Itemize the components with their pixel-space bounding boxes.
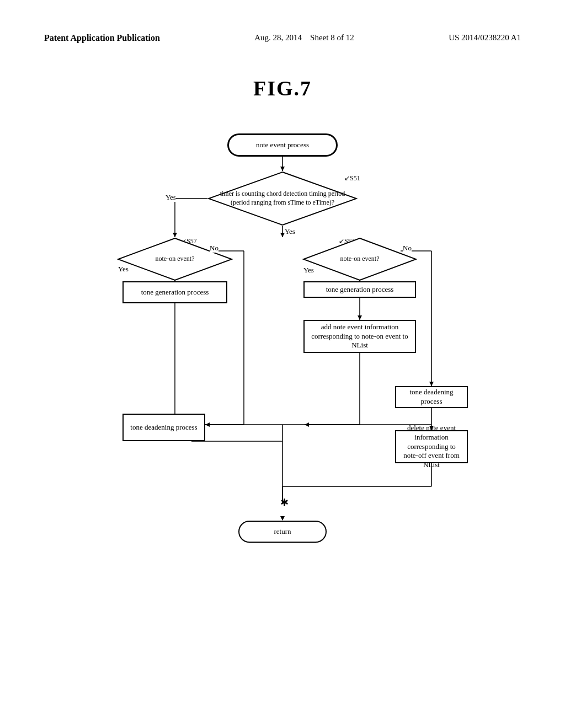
header-sheet: Sheet 8 of 12 (310, 33, 354, 42)
s57-no-label: No (210, 244, 218, 253)
s52-yes: Yes (303, 266, 314, 274)
patent-publication-label: Patent Application Publication (44, 33, 160, 42)
s52-no-label: No (403, 244, 412, 253)
s58-shape: tone generation process (122, 281, 227, 303)
s55-shape: tone deadening process (395, 386, 468, 408)
s51-yes-down-label: Yes (285, 227, 295, 236)
svg-text:✱: ✱ (280, 497, 289, 508)
svg-marker-1 (280, 167, 285, 171)
start-label: note event process (256, 141, 309, 150)
s53-shape: tone generation process (303, 281, 416, 298)
svg-marker-17 (429, 382, 434, 386)
header: Patent Application Publication Aug. 28, … (44, 33, 521, 43)
s59-content: tone deadening process (130, 423, 197, 432)
s51-yes-label: Yes (166, 193, 176, 202)
s56-content: delete note event information correspond… (402, 424, 461, 470)
s52-content: note-on event? (340, 255, 380, 263)
svg-marker-4 (173, 233, 177, 237)
s51-text-label: timer is counting chord detection timing… (218, 190, 346, 207)
s51-diamond: timer is counting chord detection timing… (207, 171, 358, 226)
end-label: return (274, 527, 291, 537)
start-shape: note event process (227, 133, 338, 157)
s56-shape: delete note event information correspond… (395, 430, 468, 463)
header-right: US 2014/0238220 A1 (449, 33, 521, 42)
s54-shape: add note event information corresponding… (303, 320, 416, 353)
header-patent-number: US 2014/0238220 A1 (449, 33, 521, 42)
s53-content: tone generation process (326, 285, 394, 295)
header-center: Aug. 28, 2014 Sheet 8 of 12 (254, 33, 354, 42)
s54-content: add note event information corresponding… (310, 323, 409, 351)
s57-text: note-on event? (126, 255, 225, 264)
s55-content: tone deadening process (402, 388, 461, 406)
s51-yes: Yes (166, 193, 176, 201)
svg-marker-6 (280, 233, 285, 237)
s51-yes-down: Yes (285, 227, 295, 235)
s59-shape: tone deadening process (122, 414, 205, 441)
s52-yes-label: Yes (303, 266, 314, 275)
page: Patent Application Publication Aug. 28, … (0, 0, 565, 728)
s58-content: tone generation process (141, 288, 209, 297)
s51-content: timer is counting chord detection timing… (220, 190, 345, 206)
svg-marker-19 (358, 315, 362, 320)
s57-content: note-on event? (156, 255, 195, 263)
end-shape: return (238, 521, 327, 543)
svg-marker-12 (205, 422, 210, 427)
s57-yes: Yes (118, 265, 129, 273)
svg-marker-22 (305, 422, 309, 427)
s52-no: No (403, 244, 412, 252)
header-date: Aug. 28, 2014 (254, 33, 302, 42)
s57-yes-label: Yes (118, 265, 129, 274)
fig-title: FIG.7 (44, 76, 521, 100)
svg-marker-32 (280, 516, 285, 521)
s52-text: note-on event? (311, 255, 409, 264)
header-left: Patent Application Publication (44, 33, 160, 43)
flowchart: ✱ note event process ↙S51 timer is count… (89, 128, 476, 580)
s57-no: No (210, 244, 218, 252)
s52-diamond: note-on event? (302, 237, 417, 281)
